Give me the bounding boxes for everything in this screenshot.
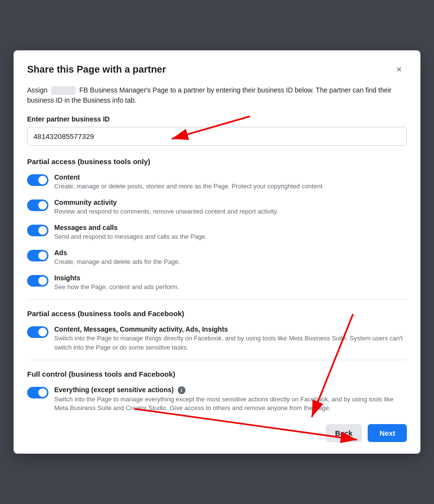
partner-business-id-input[interactable]: [27, 127, 407, 146]
section-3-title: Full control (business tools and Faceboo…: [27, 370, 407, 378]
description-prefix: Assign: [27, 86, 47, 94]
content-label: Content: [54, 173, 324, 181]
toggle-community-text: Community activity Review and respond to…: [54, 199, 278, 216]
toggle-row-messages: Messages and calls Send and respond to m…: [27, 224, 407, 241]
partial-fb-desc: Switch into the Page to manage things di…: [54, 334, 407, 351]
divider-1: [27, 299, 407, 300]
full-control-toggle[interactable]: [27, 387, 48, 398]
next-button[interactable]: Next: [368, 424, 407, 442]
toggle-partial-fb[interactable]: [27, 326, 48, 340]
partial-fb-toggle[interactable]: [27, 326, 48, 338]
modal-header: Share this Page with a partner ×: [27, 62, 407, 77]
toggle-partial-fb-text: Content, Messages, Community activity, A…: [54, 325, 407, 351]
close-button[interactable]: ×: [391, 62, 407, 77]
toggle-ads[interactable]: [27, 250, 48, 263]
full-control-desc: Switch into the Page to manage everythin…: [54, 395, 407, 412]
description-suffix: FB Business Manager's Page to a partner …: [27, 86, 391, 104]
toggle-row-community: Community activity Review and respond to…: [27, 199, 407, 216]
toggle-ads-text: Ads Create, manage and delete ads for th…: [54, 249, 180, 266]
insights-label: Insights: [54, 274, 179, 282]
toggle-content-text: Content Create, manage or delete posts, …: [54, 173, 324, 191]
toggle-insights-text: Insights See how the Page, content and a…: [54, 274, 179, 291]
divider-2: [27, 360, 407, 360]
toggle-row-ads: Ads Create, manage and delete ads for th…: [27, 249, 407, 266]
share-page-modal: Share this Page with a partner × Assign …: [14, 50, 420, 454]
community-toggle[interactable]: [27, 199, 48, 211]
ads-desc: Create, manage and delete ads for the Pa…: [54, 258, 180, 266]
section-2-title: Partial access (business tools and Faceb…: [27, 309, 407, 318]
insights-desc: See how the Page, content and ads perfor…: [54, 283, 179, 291]
toggle-messages-text: Messages and calls Send and respond to m…: [54, 224, 207, 241]
modal-description: Assign FB Business Manager's Page to a p…: [27, 85, 407, 106]
partial-fb-label: Content, Messages, Community activity, A…: [54, 325, 407, 333]
content-toggle[interactable]: [27, 174, 48, 186]
info-icon[interactable]: i: [178, 386, 186, 394]
content-desc: Create, manage or delete posts, stories …: [54, 182, 324, 191]
toggle-row-partial-fb: Content, Messages, Community activity, A…: [27, 325, 407, 351]
toggle-messages[interactable]: [27, 225, 48, 238]
messages-toggle[interactable]: [27, 225, 48, 236]
toggle-full-control-text: Everything (except sensitive actions) i …: [54, 386, 407, 413]
toggle-insights[interactable]: [27, 275, 48, 289]
business-placeholder: [51, 86, 76, 95]
toggle-full-control[interactable]: [27, 387, 48, 400]
back-button[interactable]: Back: [326, 424, 362, 442]
toggle-row-insights: Insights See how the Page, content and a…: [27, 274, 407, 291]
community-desc: Review and respond to comments, remove u…: [54, 207, 278, 216]
messages-desc: Send and respond to messages and calls a…: [54, 232, 207, 241]
messages-label: Messages and calls: [54, 224, 207, 231]
toggle-row-full-control: Everything (except sensitive actions) i …: [27, 386, 407, 413]
ads-toggle[interactable]: [27, 250, 48, 261]
modal-footer: Back Next: [27, 424, 407, 442]
field-label: Enter partner business ID: [27, 115, 407, 123]
full-control-label: Everything (except sensitive actions) i: [54, 386, 407, 394]
community-label: Community activity: [54, 199, 278, 206]
toggle-community[interactable]: [27, 199, 48, 213]
toggle-row-content: Content Create, manage or delete posts, …: [27, 173, 407, 191]
toggle-content[interactable]: [27, 174, 48, 188]
ads-label: Ads: [54, 249, 180, 257]
section-1-title: Partial access (business tools only): [27, 157, 407, 166]
modal-title: Share this Page with a partner: [27, 64, 166, 75]
insights-toggle[interactable]: [27, 275, 48, 287]
